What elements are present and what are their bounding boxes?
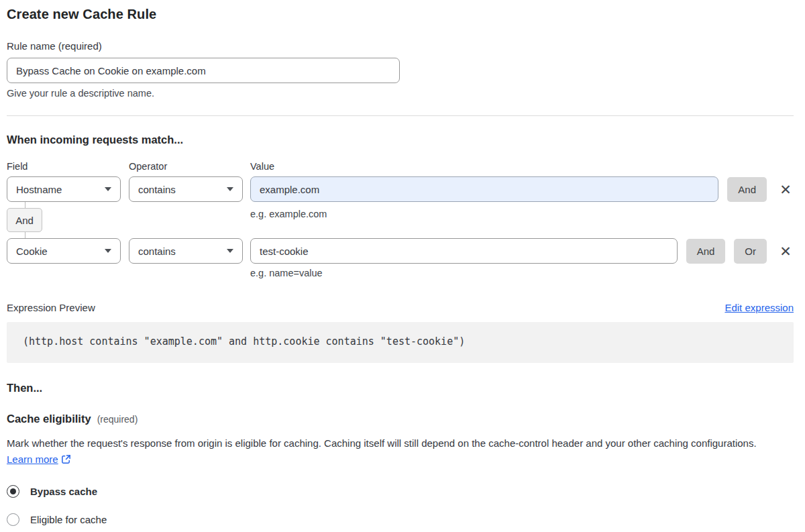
radio-unselected-icon[interactable] [7,513,19,526]
field-select-2[interactable]: Cookie [7,238,121,264]
conditions-area: Hostname contains And ✕ e.g. example.com… [7,176,794,278]
match-heading: When incoming requests match... [7,134,794,146]
field-select-2-value: Cookie [16,246,48,257]
add-and-condition-button-1[interactable]: And [727,177,767,202]
condition-column-headers: Field Operator Value [7,161,794,172]
description-text: Mark whether the request's response from… [7,437,757,449]
cache-eligibility-heading: Cache eligibility [7,413,91,425]
chevron-down-icon [105,187,111,191]
connector-line-top [25,202,25,208]
rule-name-label: Rule name (required) [7,40,794,52]
radio-selected-icon[interactable] [7,485,19,498]
section-divider [7,115,794,116]
operator-select-1-value: contains [138,184,176,195]
expression-preview-label: Expression Preview [7,302,95,313]
value-input-1[interactable] [250,176,718,202]
radio-label-eligible: Eligible for cache [30,514,107,525]
rule-name-helper: Give your rule a descriptive name. [7,88,794,99]
operator-column-label: Operator [129,161,250,172]
condition-row-1: Hostname contains And ✕ [7,176,794,202]
cache-eligibility-header: Cache eligibility (required) [7,413,794,425]
create-cache-rule-page: Create new Cache Rule Rule name (require… [0,0,805,526]
operator-select-1[interactable]: contains [129,176,243,202]
connector-line-bottom [25,232,25,238]
value-hint-2: e.g. name=value [250,268,794,278]
operator-select-2-value: contains [138,246,176,257]
learn-more-link[interactable]: Learn more [7,454,58,465]
remove-condition-button-1[interactable]: ✕ [777,182,794,197]
remove-condition-button-2[interactable]: ✕ [777,244,794,258]
radio-option-bypass-cache[interactable]: Bypass cache [7,485,794,498]
cache-eligibility-description: Mark whether the request's response from… [7,435,785,469]
value-column-label: Value [250,161,274,172]
radio-label-bypass: Bypass cache [30,486,97,497]
expression-preview-header: Expression Preview Edit expression [7,302,794,313]
field-select-1-value: Hostname [16,184,62,195]
operator-select-2[interactable]: contains [129,238,243,264]
add-and-condition-button-2[interactable]: And [686,239,726,264]
external-link-icon [61,453,71,469]
field-column-label: Field [7,161,129,172]
rule-name-input[interactable] [7,58,400,83]
field-select-1[interactable]: Hostname [7,176,121,202]
connector-area: And [7,202,794,238]
radio-option-eligible-for-cache[interactable]: Eligible for cache [7,513,794,526]
required-note: (required) [97,414,138,425]
logic-connector-chip[interactable]: And [7,208,42,232]
chevron-down-icon [227,249,233,253]
condition-row-2: Cookie contains And Or ✕ [7,238,794,264]
then-heading: Then... [7,382,794,394]
chevron-down-icon [105,249,111,253]
value-input-2[interactable] [250,238,678,264]
page-title: Create new Cache Rule [7,7,794,22]
chevron-down-icon [227,187,233,191]
edit-expression-link[interactable]: Edit expression [724,302,794,313]
add-or-condition-button-2[interactable]: Or [734,239,767,264]
expression-code-block: (http.host contains "example.com" and ht… [7,322,794,363]
